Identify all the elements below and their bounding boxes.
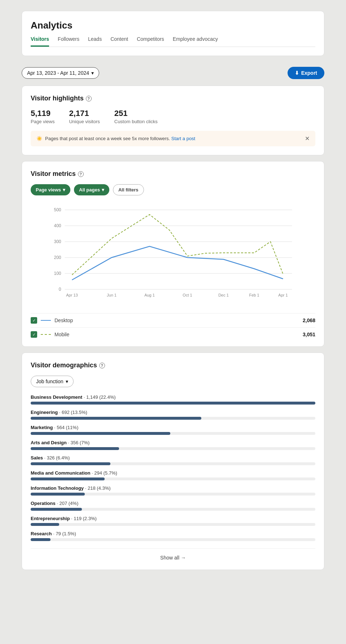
demo-label: Media and Communication · 294 (5.7%) [31,470,315,476]
tab-employee-advocacy[interactable]: Employee advocacy [173,36,218,47]
visitor-demographics-card: Visitor demographics ? Job function ▾ Bu… [22,353,324,570]
demo-label: Business Development · 1,149 (22.4%) [31,394,315,400]
chevron-down-icon: ▾ [63,187,65,193]
mobile-line-icon [41,334,51,335]
show-all-section: Show all → [31,548,315,561]
svg-text:Oct 1: Oct 1 [183,293,192,297]
highlights-help-icon[interactable]: ? [86,96,92,101]
page-title: Analytics [31,20,315,31]
tab-visitors[interactable]: Visitors [31,36,49,47]
mobile-legend-value: 3,051 [303,332,315,337]
desktop-line-icon [41,320,51,321]
demo-label: Research · 79 (1.5%) [31,531,315,536]
demo-bar-track [31,462,315,465]
desktop-legend-value: 2,068 [303,317,315,323]
svg-text:0: 0 [59,287,61,292]
show-all-link[interactable]: Show all → [160,555,186,561]
metrics-help-icon[interactable]: ? [78,171,84,177]
unique-visitors-value: 2,171 [69,109,100,118]
svg-text:Apr 1: Apr 1 [278,293,288,297]
svg-text:200: 200 [54,255,61,260]
job-function-label: Job function [36,379,63,384]
demo-bar-track [31,508,315,511]
metric-unique-visitors: 2,171 Unique visitors [69,109,100,124]
demo-label: Entrepreneurship · 119 (2.3%) [31,516,315,521]
tip-close-button[interactable]: ✕ [305,135,310,142]
demo-bar-fill [31,523,59,526]
mobile-checkbox[interactable]: ✓ [31,331,37,338]
demo-bar-fill [31,508,82,511]
job-function-dropdown[interactable]: Job function ▾ [31,376,74,387]
demo-bar-track [31,477,315,480]
demo-label: Arts and Design · 356 (7%) [31,440,315,445]
demo-bar-track [31,538,315,541]
demo-item: Entrepreneurship · 119 (2.3%) [31,516,315,526]
demo-bar-track [31,447,315,450]
svg-text:400: 400 [54,223,61,228]
demo-bar-fill [31,432,170,435]
metrics-filters: Page views ▾ All pages ▾ All filters [31,184,315,195]
metric-page-views: 5,119 Page views [31,109,54,124]
demo-bar-fill [31,538,51,541]
tip-text: Pages that post at least once a week see… [45,136,195,141]
tab-followers[interactable]: Followers [58,36,79,47]
tab-content[interactable]: Content [110,36,128,47]
page-views-value: 5,119 [31,109,54,118]
desktop-checkbox[interactable]: ✓ [31,317,37,324]
demo-item: Sales · 326 (6.4%) [31,455,315,465]
page-views-filter[interactable]: Page views ▾ [31,184,70,195]
chevron-down-icon: ▾ [66,379,68,384]
tip-sun-icon: ☀️ [36,136,42,141]
line-chart-svg: 500 400 300 200 100 0 Apr 13 Jun 1 Aug 1… [31,203,315,304]
export-label: Export [301,70,317,76]
tip-content: ☀️ Pages that post at least once a week … [36,136,195,141]
demo-item: Operations · 207 (4%) [31,501,315,511]
tip-banner: ☀️ Pages that post at least once a week … [31,131,315,146]
demo-bar-fill [31,447,119,450]
demo-item: Research · 79 (1.5%) [31,531,315,541]
demo-bar-fill [31,402,315,405]
mobile-legend-item: ✓ Mobile 3,051 [31,331,315,338]
chevron-down-icon: ▾ [91,70,94,76]
demographics-help-icon[interactable]: ? [99,363,105,368]
desktop-legend-item: ✓ Desktop 2,068 [31,317,315,324]
demo-bar-track [31,493,315,496]
date-range-picker[interactable]: Apr 13, 2023 - Apr 11, 2024 ▾ [22,67,99,79]
svg-text:Jun 1: Jun 1 [107,293,117,297]
svg-text:100: 100 [54,271,61,276]
demo-bar-track [31,417,315,420]
mobile-legend-label: Mobile [54,332,299,337]
svg-text:300: 300 [54,239,61,244]
all-pages-filter-label: All pages [79,187,100,193]
tab-leads[interactable]: Leads [88,36,102,47]
tab-bar: Visitors Followers Leads Content Competi… [31,36,315,47]
demo-bar-track [31,402,315,405]
all-pages-filter[interactable]: All pages ▾ [74,184,109,195]
demo-item: Media and Communication · 294 (5.7%) [31,470,315,480]
demo-label: Operations · 207 (4%) [31,501,315,506]
page-views-label: Page views [31,119,54,124]
date-range-label: Apr 13, 2023 - Apr 11, 2024 [27,70,89,76]
demo-bar-fill [31,462,110,465]
tab-competitors[interactable]: Competitors [137,36,164,47]
toolbar: Apr 13, 2023 - Apr 11, 2024 ▾ ⬇ Export [22,62,324,84]
download-icon: ⬇ [295,70,299,76]
demo-item: Business Development · 1,149 (22.4%) [31,394,315,405]
export-button[interactable]: ⬇ Export [288,67,324,79]
start-post-link[interactable]: Start a post [171,136,195,141]
custom-clicks-label: Custom button clicks [114,119,158,124]
demo-label: Sales · 326 (6.4%) [31,455,315,461]
demo-item: Arts and Design · 356 (7%) [31,440,315,450]
demo-bar-track [31,523,315,526]
unique-visitors-label: Unique visitors [69,119,100,124]
svg-text:Dec 1: Dec 1 [218,293,229,297]
page-views-filter-label: Page views [36,187,61,193]
demographics-list: Business Development · 1,149 (22.4%) Eng… [31,394,315,541]
visitor-metrics-title: Visitor metrics ? [31,170,315,178]
chart-legend: ✓ Desktop 2,068 ✓ Mobile 3,051 [31,312,315,338]
all-filters-btn[interactable]: All filters [113,184,144,195]
demo-item: Engineering · 692 (13.5%) [31,410,315,420]
svg-text:500: 500 [54,207,61,212]
svg-text:Feb 1: Feb 1 [249,293,259,297]
custom-clicks-value: 251 [114,109,158,118]
